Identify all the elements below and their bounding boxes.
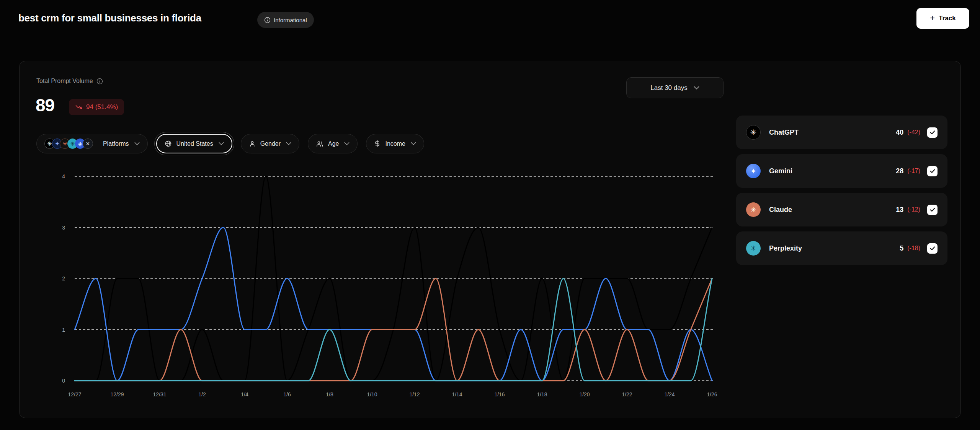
intent-badge-label: Informational [274,17,307,23]
y-tick-label: 4 [62,173,65,179]
info-icon [264,17,271,23]
trending-down-icon [75,103,83,111]
chevron-down-icon [694,86,699,90]
filter-label: United States [176,140,213,147]
legend-total: 40 [896,129,903,137]
filter-label: Platforms [103,140,129,147]
x-tick-label: 1/22 [622,391,632,397]
plus-icon: + [930,14,935,22]
check-icon [929,207,936,213]
intent-badge: Informational [257,12,314,28]
track-button[interactable]: + Track [916,8,969,29]
x-tick-label: 1/2 [198,391,206,397]
filters-row: ✳✦✳✳◈✕PlatformsUnited StatesGenderAgeInc… [36,134,424,153]
legend-row-gemini[interactable]: ✦Gemini28(-17) [736,154,947,188]
filter-pill-platforms[interactable]: ✳✦✳✳◈✕Platforms [36,134,148,153]
date-range-selector[interactable]: Last 30 days [626,77,724,98]
x-tick-label: 1/12 [409,391,420,397]
chevron-down-icon [134,142,140,145]
x-tick-label: 1/26 [707,391,717,397]
prompt-volume-chart: 0123412/2712/2912/311/21/41/61/81/101/12… [34,165,731,406]
legend-checkbox-chatgpt[interactable] [927,127,938,138]
x-tick-label: 12/27 [68,391,81,397]
x-tick-label: 1/8 [326,391,333,397]
x-tick-label: 1/20 [579,391,590,397]
check-icon [929,245,936,251]
platform-icons-stack: ✳✦✳✳◈✕ [44,138,90,149]
perplexity-icon: ✳ [746,241,761,256]
filter-pill-gender[interactable]: Gender [241,134,299,153]
person-icon [249,140,256,147]
filter-pill-income[interactable]: Income [366,134,424,153]
legend-platform-name: ChatGPT [769,129,896,137]
page-title: best crm for small businesses in florida [18,12,201,24]
x-tick-label: 1/24 [664,391,675,397]
check-icon [929,168,936,174]
y-tick-label: 2 [62,275,65,282]
x-tick-label: 1/4 [241,391,248,397]
legend-checkbox-gemini[interactable] [927,166,938,176]
dollar-icon [374,140,381,147]
platform-icon-grok: ✕ [83,138,93,149]
legend-delta: (-12) [907,206,920,213]
legend-total: 5 [900,244,903,252]
legend-row-perplexity[interactable]: ✳Perplexity5(-18) [736,231,947,265]
chevron-down-icon [219,142,224,145]
filter-label: Gender [260,140,281,147]
kpi-label-row: Total Prompt Volume [36,78,103,85]
y-tick-label: 1 [62,327,65,333]
x-tick-label: 1/14 [452,391,462,397]
dashboard: best crm for small businesses in florida… [0,0,980,430]
legend-checkbox-perplexity[interactable] [927,243,938,254]
chevron-down-icon [344,142,350,145]
y-tick-label: 0 [62,378,65,384]
legend-row-claude[interactable]: ✳Claude13(-12) [736,193,947,226]
info-icon[interactable] [96,78,103,85]
filter-label: Age [328,140,339,147]
legend-total: 13 [896,206,903,214]
check-icon [929,129,936,135]
filter-label: Income [385,140,405,147]
filter-pill-region[interactable]: United States [156,134,232,153]
y-tick-label: 3 [62,225,65,231]
chevron-down-icon [411,142,416,145]
claude-icon: ✳ [746,202,761,217]
gemini-icon: ✦ [746,164,761,178]
legend-delta: (-17) [907,168,920,174]
x-tick-label: 12/31 [153,391,166,397]
series-line-gemini [75,228,712,381]
legend-row-chatgpt[interactable]: ✳ChatGPT40(-42) [736,116,947,149]
legend-platform-name: Perplexity [769,244,900,252]
legend-delta: (-18) [907,245,920,252]
filter-pill-age[interactable]: Age [308,134,358,153]
chatgpt-icon: ✳ [746,125,761,140]
platform-legend: ✳ChatGPT40(-42)✦Gemini28(-17)✳Claude13(-… [736,116,947,270]
legend-platform-name: Claude [769,206,896,214]
legend-checkbox-claude[interactable] [927,205,938,215]
x-tick-label: 1/6 [283,391,291,397]
chevron-down-icon [286,142,291,145]
top-bar: best crm for small businesses in florida… [0,0,980,45]
series-line-chatgpt [75,176,712,381]
legend-total: 28 [896,167,903,175]
x-tick-label: 12/29 [110,391,124,397]
legend-delta: (-42) [907,129,920,136]
kpi-delta-text: 94 (51.4%) [86,103,118,111]
kpi-value: 89 [36,95,54,116]
x-tick-label: 1/10 [367,391,377,397]
kpi-delta-badge: 94 (51.4%) [69,99,124,115]
kpi-label: Total Prompt Volume [36,78,93,85]
x-tick-label: 1/18 [537,391,547,397]
date-range-value: Last 30 days [650,84,687,92]
x-tick-label: 1/16 [494,391,505,397]
legend-platform-name: Gemini [769,167,896,175]
people-icon [316,140,323,147]
globe-icon [165,140,172,147]
